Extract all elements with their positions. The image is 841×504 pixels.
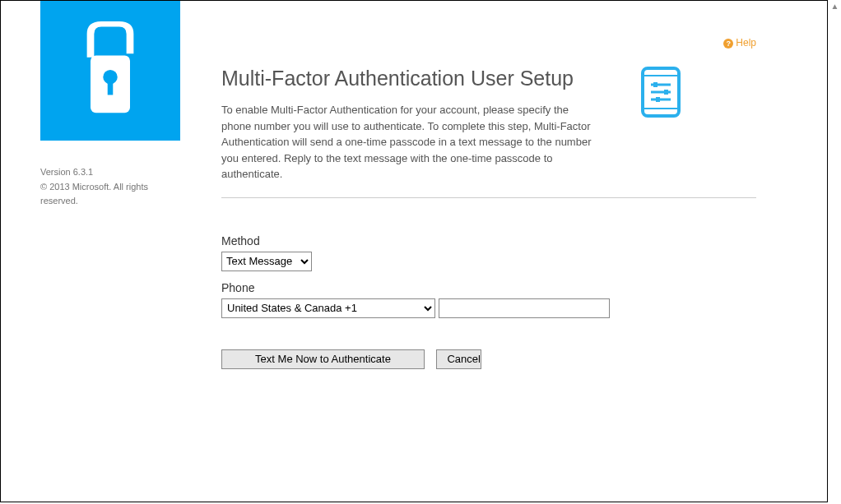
version-text: Version 6.3.1 <box>40 165 180 180</box>
setup-form: Method Text Message Phone United States … <box>221 234 756 369</box>
help-icon: ? <box>723 39 733 49</box>
text-me-button[interactable]: Text Me Now to Authenticate <box>221 349 425 369</box>
phone-input[interactable] <box>439 298 610 318</box>
copyright-text: © 2013 Microsoft. All rights reserved. <box>40 180 180 209</box>
page-description: To enable Multi-Factor Authentication fo… <box>221 102 600 183</box>
country-select[interactable]: United States & Canada +1 <box>221 298 435 318</box>
svg-rect-10 <box>664 90 668 95</box>
method-select[interactable]: Text Message <box>221 252 312 271</box>
phone-lock-icon <box>73 21 147 120</box>
app-frame: Version 6.3.1 © 2013 Microsoft. All righ… <box>0 0 828 502</box>
method-label: Method <box>221 234 756 247</box>
phone-label: Phone <box>221 281 756 294</box>
svg-rect-2 <box>108 77 114 95</box>
main-content: ?Help Multi-Factor Authentication User S… <box>221 34 756 369</box>
svg-rect-4 <box>643 75 679 76</box>
settings-phone-icon <box>639 67 682 118</box>
help-link-container: ?Help <box>723 37 756 49</box>
scrollbar-up-arrow[interactable]: ▲ <box>829 0 841 13</box>
svg-rect-11 <box>656 97 660 102</box>
svg-rect-5 <box>643 108 679 109</box>
svg-rect-9 <box>653 82 657 87</box>
help-link[interactable]: Help <box>736 37 756 49</box>
version-info: Version 6.3.1 © 2013 Microsoft. All righ… <box>40 165 180 209</box>
sidebar: Version 6.3.1 © 2013 Microsoft. All righ… <box>40 1 180 209</box>
cancel-button[interactable]: Cancel <box>436 349 481 369</box>
divider <box>221 197 756 198</box>
logo-tile <box>40 1 180 141</box>
